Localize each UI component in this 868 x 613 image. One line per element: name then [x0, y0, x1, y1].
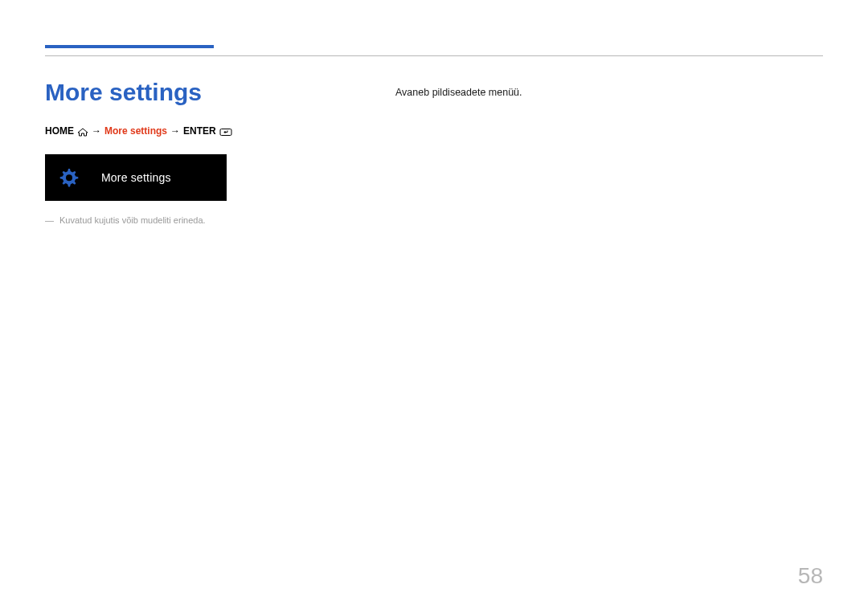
enter-icon [219, 128, 232, 137]
divider-accent-bar [45, 45, 214, 48]
breadcrumb-current: More settings [104, 125, 167, 137]
breadcrumb-arrow-1: → [92, 125, 101, 137]
content-row: More settings HOME → More settings → ENT… [45, 79, 823, 225]
tile-label: More settings [101, 171, 171, 184]
section-heading: More settings [45, 79, 350, 106]
home-icon [77, 128, 88, 137]
gear-icon [56, 166, 80, 190]
more-settings-tile: More settings [45, 154, 227, 201]
breadcrumb-enter-label: ENTER [183, 125, 216, 137]
right-column: Avaneb pildiseadete menüü. [395, 79, 823, 225]
breadcrumb-home-label: HOME [45, 125, 74, 137]
divider-line [45, 55, 823, 56]
footnote-dash: ― [45, 215, 55, 225]
breadcrumb-arrow-2: → [170, 125, 180, 137]
footnote-text: Kuvatud kujutis võib mudeliti erineda. [59, 215, 206, 225]
top-divider [45, 45, 823, 56]
description-text: Avaneb pildiseadete menüü. [395, 87, 823, 98]
left-column: More settings HOME → More settings → ENT… [45, 79, 350, 225]
breadcrumb-path: HOME → More settings → ENTER [45, 125, 350, 137]
footnote: ― Kuvatud kujutis võib mudeliti erineda. [45, 215, 350, 225]
page-number: 58 [798, 563, 823, 589]
document-page: More settings HOME → More settings → ENT… [0, 0, 868, 613]
